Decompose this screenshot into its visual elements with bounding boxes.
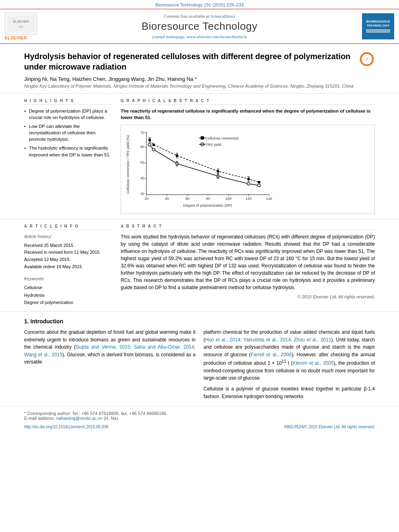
journal-header-center: Contents lists available at ScienceDirec… bbox=[45, 14, 354, 39]
journal-logo-right: BIORESOURCE TECHNOLOGY bbox=[358, 13, 394, 39]
bioresource-logo: BIORESOURCE TECHNOLOGY bbox=[362, 13, 394, 39]
highlights-col: H I G H L I G H T S Degree of polymeriza… bbox=[24, 99, 113, 214]
sciencedirect-link[interactable]: ScienceDirect bbox=[210, 14, 235, 18]
svg-text:Cellulose conversion / TRS yie: Cellulose conversion / TRS yield (%) bbox=[126, 135, 130, 194]
svg-point-56 bbox=[258, 184, 261, 187]
keyword-1: Cellulose bbox=[24, 284, 113, 292]
svg-point-52 bbox=[152, 148, 155, 151]
article-info-abstract-section: A R T I C L E I N F O Article history: R… bbox=[0, 219, 399, 312]
email-link[interactable]: nahaining@nimte.ac.cn bbox=[56, 416, 102, 421]
footer-doi-links: http://dx.doi.org/10.1016/j.biortech.201… bbox=[0, 423, 399, 431]
svg-text:Cellulose conversion: Cellulose conversion bbox=[206, 136, 239, 140]
graphical-abstract-heading: G R A P H I C A L A B S T R A C T bbox=[121, 99, 375, 105]
svg-text:100: 100 bbox=[225, 197, 231, 201]
keywords-section: Keywords: Cellulose Hydrolysis Degree of… bbox=[24, 275, 113, 306]
chart-svg: 70 60 50 40 30 20 40 60 80 1 bbox=[124, 128, 277, 209]
elsevier-logo-left: ELSEVIER logo ELSEVIER bbox=[5, 12, 41, 40]
svg-text:40: 40 bbox=[140, 176, 144, 180]
svg-text:✓: ✓ bbox=[365, 57, 369, 62]
keywords-label: Keywords: bbox=[24, 275, 113, 283]
graphical-abstract-col: G R A P H I C A L A B S T R A C T The re… bbox=[121, 99, 375, 214]
history-label: Article history: bbox=[24, 233, 113, 240]
footer-notes: * Corresponding author. Tel.: +86 574 87… bbox=[0, 407, 399, 423]
highlight-item-3: The hydrolytic efficiency is significant… bbox=[24, 145, 113, 158]
introduction-section: 1. Introduction Concerns about the gradu… bbox=[0, 312, 399, 407]
svg-text:40: 40 bbox=[165, 197, 169, 201]
abstract-heading: A B S T R A C T bbox=[121, 224, 375, 230]
highlights-list: Degree of polymerization (DP) plays a cr… bbox=[24, 108, 113, 158]
received-date: Received 25 March 2015 bbox=[24, 242, 113, 249]
svg-text:20: 20 bbox=[144, 197, 148, 201]
intro-two-col: Concerns about the gradual depletion of … bbox=[24, 329, 375, 400]
article-history: Article history: Received 25 March 2015 … bbox=[24, 233, 113, 270]
svg-text:60: 60 bbox=[140, 145, 144, 149]
highlights-graphical-section: H I G H L I G H T S Degree of polymeriza… bbox=[0, 94, 399, 219]
article-info-col: A R T I C L E I N F O Article history: R… bbox=[24, 224, 113, 306]
corresponding-author-note: * Corresponding author. Tel.: +86 574 87… bbox=[24, 411, 375, 416]
copyright-line: © 2015 Elsevier Ltd. All rights reserved… bbox=[121, 294, 375, 299]
svg-text:TRS yield: TRS yield bbox=[206, 143, 221, 147]
abstract-col: A B S T R A C T This work studied the hy… bbox=[121, 224, 375, 306]
svg-text:ELSEVIER: ELSEVIER bbox=[13, 20, 29, 23]
svg-point-55 bbox=[247, 183, 250, 185]
svg-point-51 bbox=[148, 144, 151, 146]
svg-text:30: 30 bbox=[140, 192, 144, 196]
svg-text:70: 70 bbox=[140, 131, 144, 135]
accepted-date: Accepted 12 May 2015 bbox=[24, 256, 113, 263]
revised-date: Received in revised form 11 May 2015 bbox=[24, 249, 113, 256]
email-note: E-mail address: nahaining@nimte.ac.cn (H… bbox=[24, 416, 375, 421]
graphical-abstract-text: The reactivity of regenerated cellulose … bbox=[121, 108, 375, 121]
journal-top-link: Bioresource Technology 191 (2015) 229–23… bbox=[0, 0, 399, 9]
highlights-heading: H I G H L I G H T S bbox=[24, 99, 113, 105]
highlight-item-2: Low DP can alleviate the recrystallizati… bbox=[24, 123, 113, 142]
svg-text:80: 80 bbox=[206, 197, 210, 201]
elsevier-label: ELSEVIER bbox=[5, 35, 41, 40]
issn-line: 0960-8524/© 2015 Elsevier Ltd. All right… bbox=[284, 425, 375, 429]
crossmark-badge: ✓ bbox=[359, 51, 375, 67]
svg-text:120: 120 bbox=[245, 197, 251, 201]
journal-homepage: journal homepage: www.elsevier.com/locat… bbox=[45, 34, 354, 39]
svg-rect-34 bbox=[152, 144, 155, 146]
contents-line: Contents lists available at ScienceDirec… bbox=[45, 14, 354, 18]
article-affiliation: Ningbo Key Laboratory of Polymer Materia… bbox=[24, 84, 375, 88]
highlight-item-1: Degree of polymerization (DP) plays a cr… bbox=[24, 108, 113, 121]
keyword-2: Hydrolysis bbox=[24, 292, 113, 299]
article-authors: Jinping Ni, Na Teng, Haizhen Chen, Jingg… bbox=[24, 76, 375, 82]
keyword-3: Degree of polymerization bbox=[24, 299, 113, 306]
intro-heading: 1. Introduction bbox=[24, 318, 375, 325]
article-info-heading: A R T I C L E I N F O bbox=[24, 224, 113, 230]
svg-text:50: 50 bbox=[140, 160, 144, 164]
abstract-text: This work studied the hydrolysis behavio… bbox=[121, 233, 375, 291]
intro-col-1: Concerns about the gradual depletion of … bbox=[24, 329, 195, 400]
svg-text:140: 140 bbox=[266, 197, 272, 201]
doi-link[interactable]: http://dx.doi.org/10.1016/j.biortech.201… bbox=[24, 425, 109, 429]
intro-col-2: platform chemical for the production of … bbox=[204, 329, 375, 400]
journal-title: Bioresource Technology bbox=[45, 20, 354, 33]
elsevier-image: ELSEVIER logo bbox=[5, 12, 37, 35]
article-title: Hydrolysis behavior of regenerated cellu… bbox=[24, 51, 375, 72]
available-date: Available online 16 May 2015 bbox=[24, 263, 113, 271]
svg-text:60: 60 bbox=[185, 197, 189, 201]
article-title-section: ✓ Hydrolysis behavior of regenerated cel… bbox=[0, 44, 399, 94]
chart-container: 70 60 50 40 30 20 40 60 80 1 bbox=[121, 125, 375, 214]
svg-rect-38 bbox=[258, 181, 260, 183]
svg-rect-0 bbox=[7, 14, 35, 33]
svg-text:logo: logo bbox=[19, 25, 23, 28]
svg-text:Degree of polymerization (DP): Degree of polymerization (DP) bbox=[183, 203, 232, 207]
journal-header: ELSEVIER logo ELSEVIER Contents lists av… bbox=[0, 9, 399, 44]
